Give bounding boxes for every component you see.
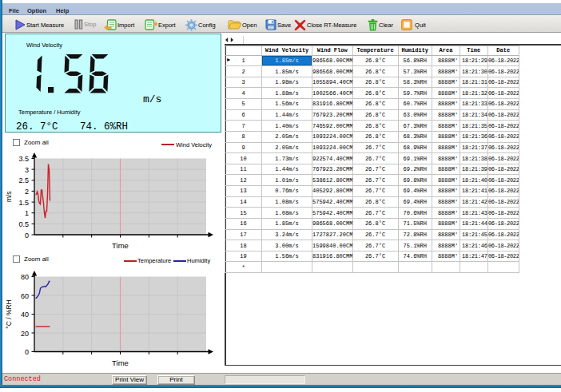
svg-text:°C / %RH: °C / %RH	[5, 299, 13, 328]
svg-text:40: 40	[21, 311, 29, 319]
svg-text:Time: Time	[112, 358, 129, 367]
svg-text:0: 0	[25, 232, 29, 240]
svg-text:0: 0	[25, 348, 29, 356]
svg-text:1: 1	[25, 209, 29, 217]
svg-text:0.5: 0.5	[18, 220, 29, 228]
svg-text:3: 3	[25, 166, 29, 174]
svg-text:m/s: m/s	[5, 191, 13, 202]
svg-text:20: 20	[21, 330, 29, 338]
svg-text:2.5: 2.5	[18, 176, 29, 184]
svg-text:3.5: 3.5	[18, 155, 29, 163]
svg-text:60: 60	[21, 292, 29, 300]
svg-text:80: 80	[21, 273, 29, 281]
svg-text:1.5: 1.5	[18, 199, 29, 207]
svg-text:2: 2	[25, 188, 29, 196]
svg-text:Time: Time	[112, 241, 129, 250]
